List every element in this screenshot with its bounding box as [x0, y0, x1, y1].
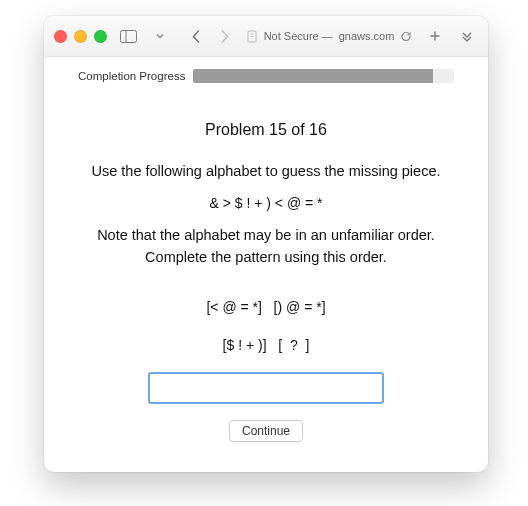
problem-title: Problem 15 of 16 — [205, 121, 327, 139]
progress-bar — [193, 69, 454, 83]
pattern-row-1: [< @ = *] [) @ = *] — [206, 296, 325, 320]
titlebar: Not Secure — gnaws.com — [44, 16, 488, 57]
problem-alphabet: & > $ ! + ) < @ = * — [209, 195, 322, 211]
browser-window: Not Secure — gnaws.com Completion Progre… — [44, 16, 488, 472]
reload-icon[interactable] — [400, 30, 412, 42]
progress-row: Completion Progress — [60, 67, 472, 83]
page-icon — [247, 30, 258, 43]
navigation-group — [185, 25, 235, 47]
new-tab-button[interactable] — [424, 25, 446, 47]
overflow-button[interactable] — [456, 25, 478, 47]
forward-button[interactable] — [213, 25, 235, 47]
back-button[interactable] — [185, 25, 207, 47]
window-controls — [54, 30, 107, 43]
zoom-window-button[interactable] — [94, 30, 107, 43]
problem-instruction: Use the following alphabet to guess the … — [89, 161, 442, 183]
url-text: gnaws.com — [339, 30, 395, 42]
pattern-row-2: [$ ! + )] [ ? ] — [223, 334, 310, 358]
problem-area: Problem 15 of 16 Use the following alpha… — [60, 83, 472, 460]
progress-fill — [193, 69, 433, 83]
toolbar-dropdown-icon[interactable] — [149, 25, 171, 47]
progress-label: Completion Progress — [78, 70, 185, 82]
security-status: Not Secure — — [264, 30, 333, 42]
problem-note: Note that the alphabet may be in an unfa… — [68, 225, 464, 269]
page-content: Completion Progress Problem 15 of 16 Use… — [44, 57, 488, 472]
svg-rect-0 — [120, 30, 136, 42]
close-window-button[interactable] — [54, 30, 67, 43]
answer-input[interactable] — [148, 372, 384, 404]
continue-button[interactable]: Continue — [229, 420, 303, 442]
address-bar[interactable]: Not Secure — gnaws.com — [245, 30, 414, 43]
minimize-window-button[interactable] — [74, 30, 87, 43]
sidebar-toggle-icon[interactable] — [117, 25, 139, 47]
